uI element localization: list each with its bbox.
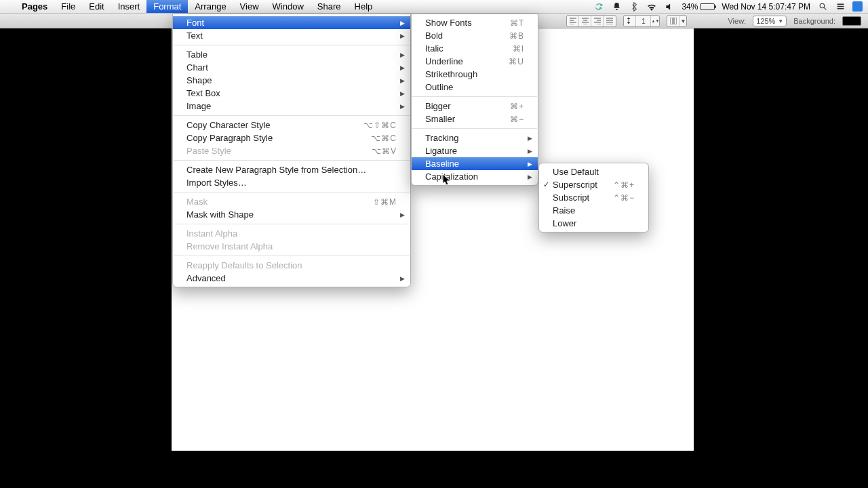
align-left-icon[interactable] xyxy=(567,16,579,26)
svg-line-1 xyxy=(824,7,826,9)
menu-item-outline[interactable]: Outline xyxy=(412,81,538,94)
menu-item-shape[interactable]: Shape xyxy=(173,74,410,87)
menu-item-show-fonts[interactable]: Show Fonts⌘T xyxy=(412,16,538,29)
align-right-icon[interactable] xyxy=(591,16,604,26)
menu-item-remove-alpha: Remove Instant Alpha xyxy=(173,240,410,253)
menu-item-bigger[interactable]: Bigger⌘+ xyxy=(412,100,538,113)
menu-item-capitalization[interactable]: Capitalization xyxy=(412,170,538,183)
menu-item-ligature[interactable]: Ligature xyxy=(412,144,538,157)
menubar: Pages File Edit Insert Format Arrange Vi… xyxy=(0,0,868,14)
linespacing-stepper[interactable]: ▲▼ xyxy=(651,16,659,26)
align-segment[interactable] xyxy=(566,15,616,27)
menu-item-baseline[interactable]: Baseline xyxy=(412,157,538,170)
svg-rect-6 xyxy=(674,18,677,24)
mouse-cursor xyxy=(442,174,452,187)
menu-item-text[interactable]: Text xyxy=(173,29,410,42)
svg-rect-2 xyxy=(837,3,844,5)
menu-item-font[interactable]: Font xyxy=(173,16,410,29)
align-justify-icon[interactable] xyxy=(604,16,616,26)
app-name[interactable]: Pages xyxy=(15,1,54,12)
menu-item-use-default[interactable]: Use Default xyxy=(539,165,648,178)
bottom-black-bar xyxy=(0,451,868,488)
menu-share[interactable]: Share xyxy=(311,0,348,13)
svg-point-0 xyxy=(820,3,825,8)
menu-item-table[interactable]: Table xyxy=(173,48,410,61)
svg-rect-3 xyxy=(837,6,844,7)
baseline-submenu-panel: Use Default ✓Superscript⌃⌘+ Subscript⌃⌘−… xyxy=(538,163,649,232)
menu-format[interactable]: Format xyxy=(146,0,188,13)
menu-item-chart[interactable]: Chart xyxy=(173,61,410,74)
columns-control[interactable]: ▼ xyxy=(667,15,687,27)
font-submenu-panel: Show Fonts⌘T Bold⌘B Italic⌘I Underline⌘U… xyxy=(411,14,538,186)
menu-item-reapply: Reapply Defaults to Selection xyxy=(173,259,410,272)
menu-item-underline[interactable]: Underline⌘U xyxy=(412,55,538,68)
menu-item-paste-style: Paste Style⌥⌘V xyxy=(173,144,410,157)
spotlight-icon[interactable] xyxy=(817,1,828,12)
chevron-down-icon: ▼ xyxy=(778,18,783,24)
volume-icon[interactable] xyxy=(664,1,675,12)
notification-icon[interactable] xyxy=(611,1,622,12)
linespacing-value: 1 xyxy=(636,16,651,26)
menu-item-textbox[interactable]: Text Box xyxy=(173,87,410,100)
battery-icon xyxy=(700,3,715,10)
zoom-value: 125% xyxy=(756,17,775,25)
menu-item-raise[interactable]: Raise xyxy=(539,204,648,217)
menu-file[interactable]: File xyxy=(54,0,82,13)
view-label: View: xyxy=(728,17,746,25)
menu-item-copy-para-style[interactable]: Copy Paragraph Style⌥⌘C xyxy=(173,131,410,144)
menu-item-instant-alpha: Instant Alpha xyxy=(173,227,410,240)
battery-status[interactable]: 34% xyxy=(682,2,715,12)
menu-insert[interactable]: Insert xyxy=(111,0,147,13)
background-label: Background: xyxy=(793,17,835,25)
menu-window[interactable]: Window xyxy=(266,0,311,13)
menu-item-advanced[interactable]: Advanced xyxy=(173,272,410,285)
menu-item-import-styles[interactable]: Import Styles… xyxy=(173,176,410,189)
columns-icon xyxy=(667,16,679,26)
menu-item-mask: Mask⇧⌘M xyxy=(173,195,410,208)
wifi-icon[interactable] xyxy=(646,1,657,12)
menu-item-superscript[interactable]: ✓Superscript⌃⌘+ xyxy=(539,178,648,191)
sync-icon[interactable] xyxy=(593,1,604,12)
clock[interactable]: Wed Nov 14 5:07:47 PM xyxy=(722,2,810,12)
menu-item-new-para-style[interactable]: Create New Paragraph Style from Selectio… xyxy=(173,163,410,176)
menu-item-mask-shape[interactable]: Mask with Shape xyxy=(173,208,410,221)
bluetooth-icon[interactable] xyxy=(629,1,639,12)
menu-item-bold[interactable]: Bold⌘B xyxy=(412,29,538,42)
status-area: 34% Wed Nov 14 5:07:47 PM xyxy=(593,1,868,12)
menu-item-strikethrough[interactable]: Strikethrough xyxy=(412,68,538,81)
check-icon: ✓ xyxy=(543,180,549,189)
zoom-dropdown[interactable]: 125% ▼ xyxy=(753,16,787,26)
battery-percent: 34% xyxy=(682,2,698,12)
linespacing-control[interactable]: 1 ▲▼ xyxy=(623,15,660,27)
menu-extra-icon[interactable] xyxy=(835,1,846,12)
menu-item-image[interactable]: Image xyxy=(173,100,410,113)
menu-item-lower[interactable]: Lower xyxy=(539,217,648,230)
menu-item-italic[interactable]: Italic⌘I xyxy=(412,42,538,55)
align-center-icon[interactable] xyxy=(579,16,591,26)
svg-rect-5 xyxy=(670,18,673,24)
menu-help[interactable]: Help xyxy=(348,0,380,13)
menu-item-subscript[interactable]: Subscript⌃⌘− xyxy=(539,191,648,204)
linespacing-icon xyxy=(624,16,636,26)
menu-view[interactable]: View xyxy=(233,0,266,13)
svg-rect-4 xyxy=(837,8,844,9)
menu-arrange[interactable]: Arrange xyxy=(188,0,233,13)
menu-item-copy-char-style[interactable]: Copy Character Style⌥⇧⌘C xyxy=(173,119,410,131)
format-menu-panel: Font Text Table Chart Shape Text Box Ima… xyxy=(172,14,411,287)
menu-edit[interactable]: Edit xyxy=(82,0,111,13)
menu-item-tracking[interactable]: Tracking xyxy=(412,131,538,144)
menu-item-smaller[interactable]: Smaller⌘− xyxy=(412,113,538,125)
background-swatch[interactable] xyxy=(842,16,861,26)
chevron-down-icon: ▼ xyxy=(679,16,686,26)
corner-app-icon[interactable] xyxy=(852,1,863,12)
